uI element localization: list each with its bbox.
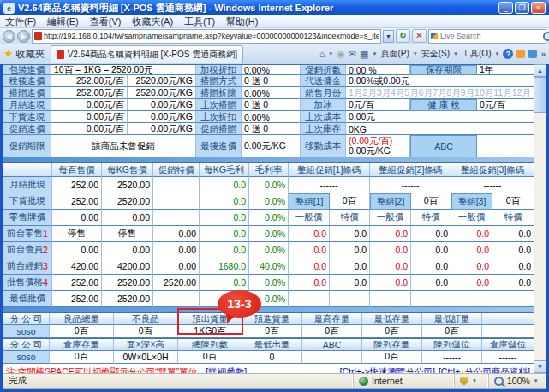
- scroll-track[interactable]: [534, 113, 546, 360]
- cell: 420.00: [52, 258, 102, 275]
- branch-name: soso: [3, 325, 50, 338]
- tab-title: V2.64商品名稱資料明細 [X-POS 雲通商務網]: [68, 49, 237, 61]
- row-label: 上次搭贈: [196, 99, 242, 111]
- cell: [153, 210, 200, 226]
- shelf-life-button[interactable]: 保存期限: [410, 65, 477, 75]
- address-dropdown-button[interactable]: ▼: [383, 30, 394, 43]
- health-tax-button[interactable]: 健 康 稅: [410, 99, 477, 111]
- row-label: 促銷期限: [3, 135, 51, 157]
- column-header: 最低訂量: [422, 313, 482, 325]
- table-row: 包裝進價10百 = 1KG = 2520.00元加稅折扣0.00%促銷折數0.0…: [3, 65, 533, 75]
- menu-help[interactable]: 幫助(H): [226, 15, 258, 28]
- close-button[interactable]: ×: [531, 2, 546, 14]
- cell: 2520.00: [102, 291, 153, 307]
- maximize-button[interactable]: ❐: [515, 2, 529, 14]
- menu-file[interactable]: 文件(F): [5, 15, 36, 28]
- row-label: 搭贈方式: [196, 75, 242, 87]
- cell: 0.0: [200, 275, 249, 291]
- print-icon[interactable]: ▦: [360, 49, 368, 60]
- favorites-button[interactable]: 收藏夾: [16, 48, 45, 61]
- abc-button[interactable]: ABC: [410, 135, 477, 157]
- table-row: 最低批價252.002520.000.00.0%: [3, 291, 533, 307]
- cell: 0.0: [200, 210, 249, 226]
- cell: 1年: [477, 65, 534, 75]
- status-bar: 完成 Internet ▼ 100% ▼: [3, 373, 546, 389]
- cell: [370, 291, 411, 307]
- table-row: 下貨進現0.00元/百0.00元/KG上次折扣0.00%上次成本0.00元: [3, 111, 533, 123]
- group-promo-3-button[interactable]: 整組[3]: [451, 193, 492, 210]
- mail-icon[interactable]: ✉: [349, 49, 356, 60]
- cell: 0.0: [370, 275, 411, 291]
- messenger-icon[interactable]: [516, 50, 525, 58]
- detail-params-link[interactable]: [詳細參數]: [206, 366, 247, 373]
- cell: 0.0: [370, 242, 411, 258]
- branch-stock-table-2: 分 公 司倉庫存量面×深×高總陳列數最低出量ABC陳列存量陳列儲位倉庫儲位sos…: [3, 338, 534, 364]
- page-menu-caret[interactable]: ▼: [413, 51, 418, 56]
- shortcut-link-browse-branch[interactable]: [Ctrl+->快速瀏覽分公司]: [340, 366, 435, 373]
- cell: 0.00元/KG: [128, 99, 196, 111]
- cell: 252.00元/百: [51, 75, 128, 87]
- print-dropdown[interactable]: ▼: [372, 51, 377, 56]
- cell: 252.00: [52, 291, 102, 307]
- browser-tab[interactable]: V2.64商品名稱資料明細 [X-POS 雲通商務網]: [51, 45, 243, 63]
- cell: ------: [370, 177, 451, 193]
- minimize-button[interactable]: _: [498, 2, 513, 14]
- cell: 0.0: [200, 242, 249, 258]
- menu-tools[interactable]: 工具(T): [184, 15, 215, 28]
- column-header: 整組促銷[3]條碼: [451, 163, 534, 177]
- search-input[interactable]: [440, 32, 540, 40]
- scroll-down-button[interactable]: ▼: [534, 360, 546, 373]
- cell: 0.0: [289, 275, 330, 291]
- menu-view[interactable]: 查看(V): [90, 15, 122, 28]
- cell: 0.0: [411, 258, 451, 275]
- cell: 0 送 0: [242, 123, 301, 135]
- row-label: 稅後進價: [3, 75, 51, 87]
- sub-header: 特價: [492, 210, 534, 226]
- vertical-scrollbar[interactable]: ▲ ▼: [534, 64, 546, 373]
- refresh-button[interactable]: ↻: [396, 29, 410, 43]
- scroll-up-button[interactable]: ▲: [534, 64, 546, 77]
- help-icon[interactable]: ?: [503, 49, 513, 59]
- safety-menu-caret[interactable]: ▼: [453, 51, 458, 56]
- column-header: 不良品: [114, 313, 178, 325]
- tools-menu-button[interactable]: 工具(O): [462, 48, 491, 60]
- safety-menu-button[interactable]: 安全(S): [421, 48, 450, 60]
- scroll-thumb[interactable]: [534, 77, 546, 113]
- cell: 0.00%: [242, 111, 301, 123]
- back-button[interactable]: ◀: [3, 30, 15, 43]
- page-menu-button[interactable]: 頁面(P): [380, 48, 409, 60]
- browser-window: e V2.64商品名稱資料明細 [X-POS 雲通商務網] - Windows …: [0, 0, 549, 392]
- shortcut-link-branch-product[interactable]: [Ctrl+↓分公司商品資料]: [439, 366, 530, 373]
- cell: 0.0: [411, 242, 451, 258]
- browser-viewport: 包裝進價10百 = 1KG = 2520.00元加稅折扣0.00%促銷折數0.0…: [0, 64, 549, 373]
- column-header: 總陳列數: [178, 339, 242, 351]
- stop-button[interactable]: ✕: [412, 29, 427, 43]
- column-header: 分 公 司: [3, 313, 50, 325]
- cell: 0.0: [411, 226, 451, 242]
- address-field[interactable]: [32, 29, 381, 44]
- group-promo-1-button[interactable]: 整組[1]: [289, 193, 330, 210]
- protected-mode-indicator[interactable]: ▼: [455, 374, 489, 388]
- menu-edit[interactable]: 編輯(E): [47, 15, 79, 28]
- cell: [153, 291, 200, 307]
- onenote-icon[interactable]: [528, 50, 537, 58]
- tools-menu-caret[interactable]: ▼: [494, 51, 499, 56]
- search-magnifier-icon[interactable]: [543, 32, 549, 41]
- cell: 0百: [362, 325, 422, 338]
- toolbar-overflow-chevron[interactable]: »: [540, 50, 546, 59]
- cell: 0百: [422, 325, 482, 338]
- table-row: 每百售價每KG售價促銷特價每KG毛利毛利率整組促銷[1]條碼整組促銷[2]條碼整…: [3, 163, 533, 177]
- search-box[interactable]: [428, 29, 546, 44]
- title-bar: e V2.64商品名稱資料明細 [X-POS 雲通商務網] - Windows …: [0, 0, 549, 15]
- column-header: 良品總量: [50, 313, 114, 325]
- group-promo-2-button[interactable]: 整組[2]: [370, 193, 411, 210]
- zoom-control[interactable]: 100% ▼: [489, 374, 546, 388]
- home-dropdown[interactable]: ▼: [328, 51, 333, 56]
- menu-favorites[interactable]: 收藏夾(A): [132, 15, 173, 28]
- favorites-star-icon[interactable]: ★: [3, 46, 14, 62]
- home-button[interactable]: ⌂: [319, 49, 325, 59]
- address-input[interactable]: [44, 32, 379, 40]
- page: 包裝進價10百 = 1KG = 2520.00元加稅折扣0.00%促銷折數0.0…: [3, 64, 534, 373]
- feeds-icon[interactable]: ◉: [337, 49, 345, 60]
- forward-button[interactable]: ▶: [17, 30, 30, 43]
